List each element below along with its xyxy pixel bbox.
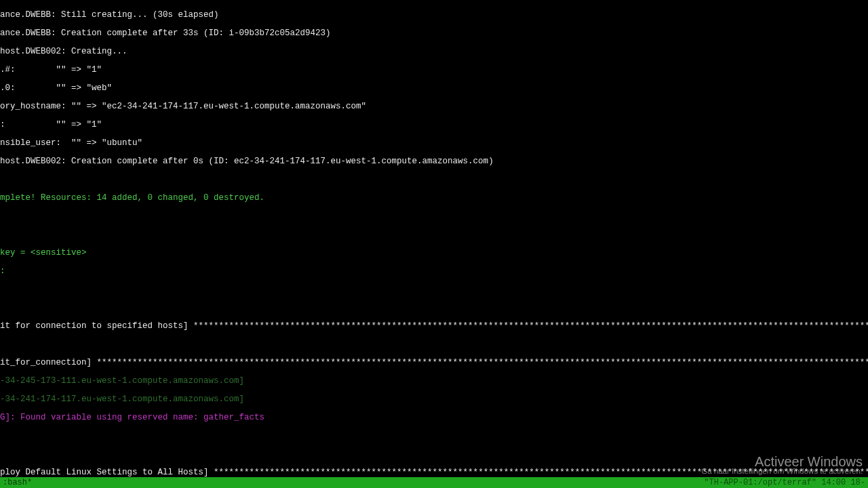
task-header: it_for_connection] *********************… (0, 359, 868, 368)
ok-host: -34-245-173-111.eu-west-1.compute.amazon… (0, 377, 868, 386)
tf-line: ance.DWEBB: Creation complete after 33s … (0, 29, 868, 39)
status-left: :bash* (3, 477, 32, 488)
tf-line: : "" => "1" (0, 121, 868, 130)
blank-line (0, 304, 868, 313)
tf-line: ory_hostname: "" => "ec2-34-241-174-117.… (0, 102, 868, 112)
tf-line: nsible_user: "" => "ubuntu" (0, 139, 868, 148)
blank-line (0, 212, 868, 222)
blank-line (0, 285, 868, 295)
blank-line (0, 432, 868, 441)
tf-line: ance.DWEBB: Still creating... (30s elaps… (0, 11, 868, 20)
play-header: ploy Default Linux Settings to All Hosts… (0, 468, 868, 478)
blank-line (0, 450, 868, 460)
tmux-statusbar[interactable]: :bash* "TH-APP-01:/opt/terraf" 14:00 18- (0, 477, 868, 488)
tf-line: .#: "" => "1" (0, 66, 868, 75)
terminal-output[interactable]: ance.DWEBB: Still creating... (30s elaps… (0, 0, 868, 488)
tf-line: .0: "" => "web" (0, 84, 868, 94)
output-colon: : (0, 267, 868, 277)
apply-complete: mplete! Resources: 14 added, 0 changed, … (0, 194, 868, 203)
blank-line (0, 340, 868, 350)
warning-line: G]: Found variable using reserved name: … (0, 413, 868, 423)
status-right: "TH-APP-01:/opt/terraf" 14:00 18- (704, 477, 865, 488)
ok-host: -34-241-174-117.eu-west-1.compute.amazon… (0, 395, 868, 405)
tf-line: host.DWEB002: Creation complete after 0s… (0, 157, 868, 167)
blank-line (0, 176, 868, 185)
play-header: it for connection to specified hosts] **… (0, 322, 868, 331)
output-key: key = <sensitive> (0, 249, 868, 258)
blank-line (0, 230, 868, 240)
tf-line: host.DWEB002: Creating... (0, 47, 868, 57)
